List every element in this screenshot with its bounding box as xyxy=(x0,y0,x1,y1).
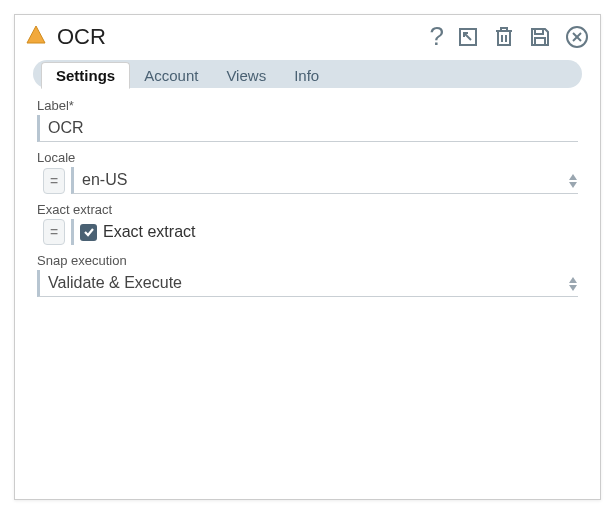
tab-info[interactable]: Info xyxy=(280,63,333,88)
header-actions: ? xyxy=(430,21,590,52)
export-icon[interactable] xyxy=(456,25,480,49)
form-area: Label* Locale = Exact extract = xyxy=(15,98,600,297)
snap-exec-stepper[interactable] xyxy=(568,276,578,292)
tab-settings[interactable]: Settings xyxy=(41,62,130,89)
label-field-label: Label* xyxy=(37,98,578,113)
svg-marker-0 xyxy=(27,26,45,43)
label-input[interactable] xyxy=(37,115,578,142)
save-icon[interactable] xyxy=(528,25,552,49)
locale-expression-toggle[interactable]: = xyxy=(43,168,65,194)
svg-marker-10 xyxy=(569,174,577,180)
snap-exec-select[interactable] xyxy=(37,270,578,297)
delete-icon[interactable] xyxy=(492,25,516,49)
dialog-panel: OCR ? xyxy=(14,14,601,500)
svg-marker-13 xyxy=(569,285,577,291)
svg-line-2 xyxy=(464,33,471,40)
exact-field-label: Exact extract xyxy=(37,202,578,217)
exact-field-block: Exact extract = Exact extract xyxy=(37,202,578,245)
exact-expression-toggle[interactable]: = xyxy=(43,219,65,245)
exact-checkbox[interactable] xyxy=(80,224,97,241)
dialog-header: OCR ? xyxy=(15,15,600,54)
tab-views[interactable]: Views xyxy=(212,63,280,88)
locale-field-label: Locale xyxy=(37,150,578,165)
locale-field-block: Locale = xyxy=(37,150,578,194)
dialog-title: OCR xyxy=(57,24,106,50)
snap-triangle-icon xyxy=(25,24,47,50)
snap-exec-field-block: Snap execution xyxy=(37,253,578,297)
close-icon[interactable] xyxy=(564,24,590,50)
svg-rect-6 xyxy=(535,38,545,45)
exact-checkbox-label: Exact extract xyxy=(103,223,195,241)
title-wrap: OCR xyxy=(25,24,430,50)
tab-account[interactable]: Account xyxy=(130,63,212,88)
label-field-block: Label* xyxy=(37,98,578,142)
svg-marker-11 xyxy=(569,182,577,188)
svg-marker-12 xyxy=(569,277,577,283)
snap-exec-label: Snap execution xyxy=(37,253,578,268)
tab-bar: Settings Account Views Info xyxy=(33,60,582,88)
locale-stepper[interactable] xyxy=(568,173,578,189)
locale-input[interactable] xyxy=(71,167,578,194)
svg-rect-5 xyxy=(535,29,543,34)
help-icon[interactable]: ? xyxy=(430,21,444,52)
